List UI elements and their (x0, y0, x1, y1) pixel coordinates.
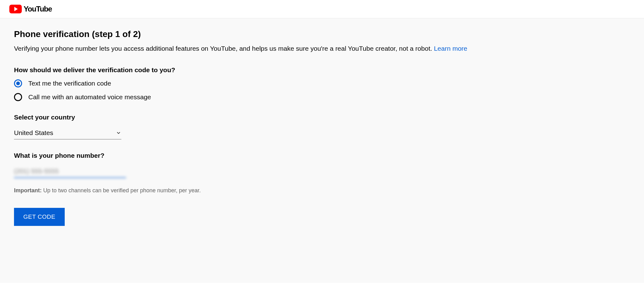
get-code-button[interactable]: GET CODE (14, 208, 65, 226)
youtube-play-icon (9, 5, 22, 13)
delivery-radio-group: Text me the verification code Call me wi… (14, 79, 630, 101)
radio-option-call[interactable]: Call me with an automated voice message (14, 93, 630, 101)
learn-more-link[interactable]: Learn more (434, 45, 467, 52)
page-title: Phone verification (step 1 of 2) (14, 29, 630, 39)
phone-label: What is your phone number? (14, 152, 630, 159)
important-text: Up to two channels can be verified per p… (42, 187, 201, 194)
country-select[interactable]: United States (14, 127, 121, 139)
radio-dot (16, 82, 20, 85)
important-note: Important: Up to two channels can be ver… (14, 187, 630, 194)
country-value: United States (14, 129, 53, 137)
phone-input[interactable] (14, 165, 126, 178)
country-label: Select your country (14, 114, 630, 121)
important-bold: Important: (14, 187, 42, 194)
youtube-logo[interactable]: YouTube (9, 5, 52, 13)
country-section: Select your country United States (14, 114, 630, 139)
radio-label-text: Text me the verification code (28, 80, 111, 87)
page-description: Verifying your phone number lets you acc… (14, 45, 630, 52)
description-text: Verifying your phone number lets you acc… (14, 45, 434, 52)
delivery-label: How should we deliver the verification c… (14, 66, 630, 74)
content-area: Phone verification (step 1 of 2) Verifyi… (0, 18, 644, 283)
phone-section: What is your phone number? (14, 152, 630, 178)
radio-circle-unselected (14, 93, 22, 101)
radio-circle-selected (14, 79, 22, 87)
radio-option-text[interactable]: Text me the verification code (14, 79, 630, 87)
header: YouTube (0, 0, 644, 18)
youtube-brand-text: YouTube (24, 5, 52, 13)
radio-label-call: Call me with an automated voice message (28, 93, 151, 101)
chevron-down-icon (116, 130, 121, 136)
